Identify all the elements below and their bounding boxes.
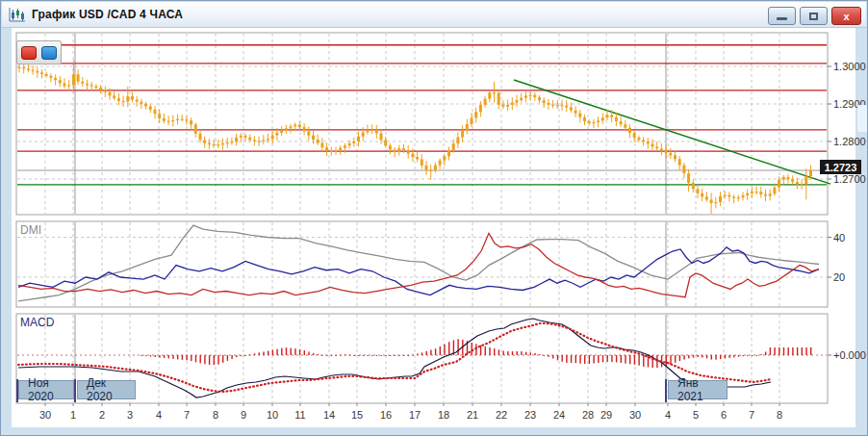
buy-button[interactable] (41, 46, 57, 60)
chart-mini-toolbar (16, 40, 62, 64)
macd-pane (16, 314, 828, 403)
scrollbar-thumb[interactable] (857, 105, 868, 132)
sell-button[interactable] (21, 46, 37, 60)
chart-window: График USD /CAD 4 ЧАСА x DMI MACD 1.2723… (0, 0, 868, 436)
chart-canvas[interactable] (1, 1, 868, 436)
dmi-pane (16, 221, 828, 307)
main-pane (16, 33, 828, 215)
